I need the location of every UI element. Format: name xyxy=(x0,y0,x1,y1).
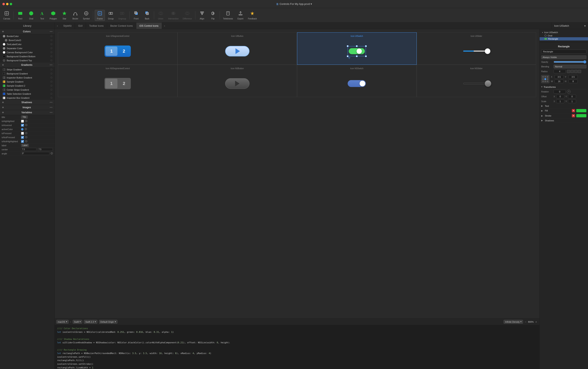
w-input[interactable] xyxy=(555,80,564,83)
sidebar-item-borercol orld[interactable]: BorerColorD ⓘ xyxy=(0,38,54,42)
sidebar-item-inspector-box[interactable]: Inspector Box Gradient ⓘ xyxy=(0,96,54,100)
activecolor-swatch[interactable] xyxy=(21,128,23,131)
visibility-select[interactable]: Always Visible xyxy=(541,55,586,59)
cell-uibutton[interactable]: Icon UIButton xyxy=(178,32,297,65)
h-input[interactable] xyxy=(568,80,578,83)
images-options-button[interactable]: ⋯ xyxy=(50,106,52,109)
sidebar-item-canvas-bg[interactable]: Canvas Background Color ⓘ xyxy=(0,50,54,54)
tab-ios-control[interactable]: iOS Control Icons xyxy=(136,23,162,29)
toolbar-front[interactable]: Front xyxy=(131,10,141,21)
sidebar-item-separator[interactable]: Separator Color ⓘ xyxy=(0,46,54,50)
scale-x-input[interactable] xyxy=(556,100,564,103)
grid-tl[interactable] xyxy=(542,76,544,78)
grid-ml[interactable] xyxy=(542,78,544,80)
toolbar-intersection[interactable]: Intersection xyxy=(167,10,180,21)
radius-input[interactable] xyxy=(554,70,566,73)
sidebar-item-bordercolor[interactable]: BorderColor ⓘ xyxy=(0,34,54,38)
swift-version-selector[interactable]: Swift 2.3 ▾ xyxy=(84,320,97,324)
tab-toolbar-icons[interactable]: Toolbar Icons xyxy=(86,23,107,29)
grid-bc[interactable] xyxy=(545,81,546,82)
tree-rectangle[interactable]: Rectangle xyxy=(540,37,588,41)
tab-stylekit[interactable]: StyleKit xyxy=(60,23,75,29)
ishovered-checkbox[interactable] xyxy=(21,124,24,127)
sidebar-item-bg-gradient[interactable]: Background Gradient ⓘ xyxy=(0,72,54,76)
toolbar-difference[interactable]: Difference xyxy=(181,10,193,21)
tree-oval[interactable]: Oval xyxy=(540,34,588,37)
toolbar-back[interactable]: Back xyxy=(142,10,152,21)
images-add-button[interactable]: + xyxy=(2,106,4,109)
stroke-delete-button[interactable]: ✕ xyxy=(572,114,575,117)
center-y-input[interactable] xyxy=(38,148,53,151)
sidebar-item-textlabel[interactable]: TextLabelColor ⓘ xyxy=(0,42,54,46)
language-selector[interactable]: Swift ▾ xyxy=(73,320,82,324)
gradients-options-button[interactable]: ⋯ xyxy=(50,63,52,67)
offset-y-input[interactable] xyxy=(568,95,576,98)
grid-mr[interactable] xyxy=(547,78,548,80)
minimize-button[interactable] xyxy=(6,3,9,5)
cell-nsbutton[interactable]: Icon NSButton xyxy=(178,65,297,97)
rotation-input[interactable] xyxy=(554,90,566,93)
colors-options-button[interactable]: ⋯ xyxy=(50,30,52,33)
fill-delete-button[interactable]: ✕ xyxy=(572,109,575,112)
zoom-out-button[interactable]: − xyxy=(524,320,527,323)
name-field[interactable] xyxy=(541,50,586,54)
corner-tl[interactable] xyxy=(567,70,570,73)
zoom-in-button[interactable]: + xyxy=(535,320,538,323)
toolbar-text[interactable]: A Text xyxy=(37,10,47,21)
blending-select[interactable]: Normal xyxy=(554,65,586,68)
vars-add-button[interactable]: + xyxy=(2,111,4,114)
tab-add-right[interactable]: + xyxy=(162,23,167,29)
toolbar-oval[interactable]: Oval xyxy=(26,10,36,21)
scale-y-input[interactable] xyxy=(568,100,576,103)
x-input[interactable] xyxy=(555,75,564,79)
colors-add-button[interactable]: + xyxy=(2,30,4,33)
tab-gui[interactable]: GUI xyxy=(75,23,86,29)
cell-uiswitch[interactable]: Icon UISwitch xyxy=(297,32,417,65)
toolbar-telekinesis[interactable]: Telekinesis xyxy=(221,10,235,21)
offset-x-input[interactable] xyxy=(556,95,564,98)
toolbar-align[interactable]: Align xyxy=(197,10,207,21)
toolbar-ungroup[interactable]: Ungroup xyxy=(117,10,127,21)
sidebar-item-bg-gradient-bottom[interactable]: Background Gradient Bottom ⓘ xyxy=(0,54,54,59)
toolbar-rect[interactable]: Rect xyxy=(15,10,25,21)
corner-br[interactable] xyxy=(578,70,581,73)
toolbar-symbol[interactable]: Symbol xyxy=(81,10,91,21)
transforms-section[interactable]: ▾ Transforms xyxy=(541,84,586,89)
ishighlighted-checkbox[interactable] xyxy=(21,120,24,123)
sidebar-item-inspector-btn-gradient[interactable]: Inspector Button Gradient ⓘ xyxy=(0,76,54,80)
tree-root[interactable]: ▾ Icon UISwitch xyxy=(540,31,588,34)
angle-input[interactable] xyxy=(21,152,49,155)
vars-options-button[interactable]: ⋯ xyxy=(50,111,52,114)
fullscreen-button[interactable] xyxy=(10,3,12,5)
isnotpressed-checkbox[interactable] xyxy=(21,136,24,139)
bordercolor-info[interactable]: ⓘ xyxy=(50,35,52,38)
sidebar-item-stripe-gradient[interactable]: Stripe Gradient ⓘ xyxy=(0,68,54,72)
toolbar-polygon[interactable]: Polygon xyxy=(48,10,59,21)
cell-nssegmented[interactable]: Icon NSSegmentedControl 1 2 xyxy=(58,65,178,97)
platform-selector[interactable]: macOS ▾ xyxy=(56,320,69,324)
grid-mc[interactable] xyxy=(545,78,546,80)
stroke-color-swatch[interactable] xyxy=(576,114,586,117)
toolbar-flip[interactable]: Flip xyxy=(208,10,218,21)
title-chevron[interactable]: ▾ xyxy=(311,2,312,5)
opacity-slider[interactable] xyxy=(554,60,586,63)
fill-color-swatch[interactable] xyxy=(576,109,586,112)
grid-bl[interactable] xyxy=(542,81,544,82)
y-input[interactable] xyxy=(568,75,578,79)
sidebar-item-sample-gradient[interactable]: Sample Gradient ⓘ xyxy=(0,80,54,84)
toolbar-bezier[interactable]: Bezier xyxy=(70,10,80,21)
tab-bezier-context[interactable]: Bezier Context Icons xyxy=(107,23,136,29)
sidebar-item-center-stripe[interactable]: Center Stripe Gradient ⓘ xyxy=(0,88,54,92)
close-button[interactable] xyxy=(2,3,5,5)
gradients-add-button[interactable]: + xyxy=(2,63,4,67)
center-x-input[interactable] xyxy=(21,148,36,151)
toolbar-canvas[interactable]: Canvas xyxy=(2,10,12,21)
origin-selector[interactable]: Default Origin ▾ xyxy=(99,320,117,324)
ispressed-checkbox[interactable] xyxy=(21,132,24,135)
cell-uisegmented[interactable]: Icon UISegmentedControl 1 2 xyxy=(58,32,178,65)
toolbar-frame[interactable]: Frame xyxy=(95,10,105,21)
sidebar-item-sample-gradient-2[interactable]: Sample Gradient 2 ⓘ xyxy=(0,84,54,88)
rotation-dial[interactable] xyxy=(567,90,571,93)
sidebar-item-table-selection[interactable]: Table Selection Gradient ⓘ xyxy=(0,92,54,96)
corner-bl[interactable] xyxy=(574,70,578,73)
